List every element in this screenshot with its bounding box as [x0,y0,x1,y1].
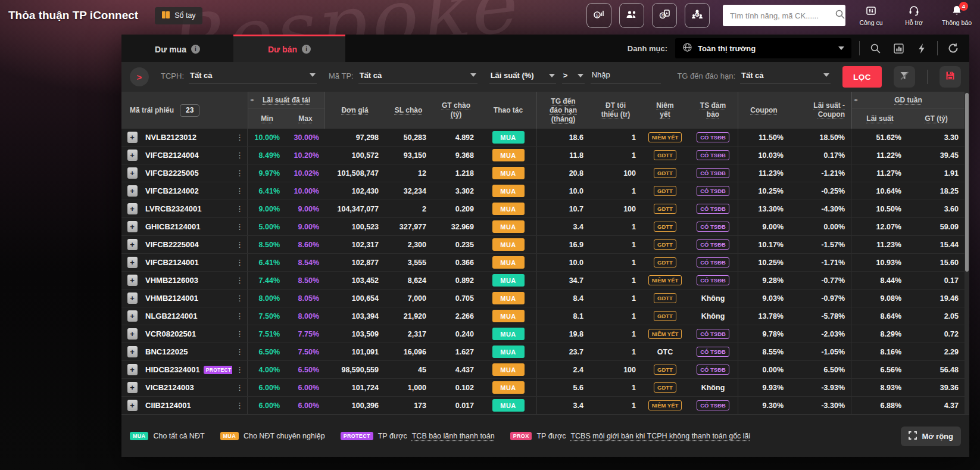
expand-row-button[interactable]: + [127,346,138,357]
col-offer-value-label[interactable]: GT chào (tỷ) [438,101,475,119]
buy-button[interactable]: MUA [492,310,525,322]
legend-link[interactable]: TCBS môi giới bán khi TCPH không thanh t… [570,432,750,440]
column-expand-icon[interactable]: ◂▸ [250,97,254,102]
expand-row-button[interactable]: + [127,364,138,375]
expand-row-button[interactable]: + [127,132,138,143]
clear-filter-button[interactable] [894,66,915,88]
rate-value-input[interactable] [591,70,661,83]
col-coupon-label[interactable]: Coupon [750,106,777,115]
expand-row-button[interactable]: + [127,400,138,411]
col-week-value-label[interactable]: GT (tỷ) [925,114,948,123]
rate-filter-field-select[interactable]: Lãi suất (%) [489,71,556,83]
row-menu-button[interactable]: ⋮ [236,365,244,374]
col-min-label[interactable]: Min [261,114,273,123]
expand-row-button[interactable]: + [127,257,138,268]
col-maturity-label[interactable]: TG đến đáo hạn (tháng) [545,97,582,124]
row-menu-button[interactable]: ⋮ [236,204,244,213]
info-icon[interactable]: i [302,45,311,54]
buy-button[interactable]: MUA [492,328,525,340]
buy-button[interactable]: MUA [492,167,525,179]
buy-button[interactable]: MUA [492,131,525,144]
search-input[interactable] [730,11,835,20]
buy-button[interactable]: MUA [492,399,525,412]
row-menu-button[interactable]: ⋮ [236,347,244,356]
expand-row-button[interactable]: + [127,185,138,197]
col-listing-label[interactable]: Niêm yết [653,101,678,119]
rate-operator-select[interactable]: > [562,71,585,83]
community-button[interactable] [619,3,644,28]
buy-button[interactable]: MUA [492,149,525,161]
support-link[interactable]: Hỗ trợ [897,5,931,26]
col-collateral-label[interactable]: TS đảm bảo [699,101,728,119]
expand-row-button[interactable]: + [127,167,138,179]
flash-deal-button[interactable] [914,41,929,56]
search-symbol-button[interactable] [867,41,883,56]
bond-code-filter-select[interactable]: Tất cả [358,71,477,83]
col-reinvest-label[interactable]: Lãi suất đã tái [263,96,310,104]
col-max-label[interactable]: Max [298,114,312,123]
stock-money-button[interactable]: S [586,3,611,28]
row-menu-button[interactable]: ⋮ [236,186,244,195]
row-menu-button[interactable]: ⋮ [236,276,244,285]
expand-row-button[interactable]: + [127,203,138,214]
money-transfer-button[interactable]: S [652,3,677,28]
expand-row-button[interactable]: + [127,221,138,232]
column-expand-icon[interactable]: ◂▸ [854,97,857,102]
scrollbar-thumb[interactable] [965,93,969,272]
col-offer-qty-label[interactable]: SL chào [395,106,422,115]
row-menu-button[interactable]: ⋮ [236,312,244,320]
vertical-scrollbar[interactable] [965,92,969,415]
tab-du-mua[interactable]: Dư mua i [121,35,233,62]
expand-row-button[interactable]: + [127,239,138,250]
row-menu-button[interactable]: ⋮ [236,329,244,338]
info-icon[interactable]: i [191,45,200,54]
notifications-link[interactable]: 4 Thông báo [940,5,974,26]
tab-du-ban[interactable]: Dư bán i [233,35,345,62]
buy-button[interactable]: MUA [492,346,525,358]
chart-view-button[interactable] [891,41,906,56]
buy-button[interactable]: MUA [492,363,525,376]
row-menu-button[interactable]: ⋮ [236,151,244,160]
col-rate-minus-coupon-label[interactable]: Lãi suất - Coupon [804,101,845,119]
expand-row-button[interactable]: + [127,275,138,286]
buy-button[interactable]: MUA [492,292,525,304]
buy-button[interactable]: MUA [492,185,525,197]
buy-button[interactable]: MUA [492,274,525,287]
expand-row-button[interactable]: + [127,310,138,322]
expand-row-button[interactable]: + [127,150,138,161]
row-menu-button[interactable]: ⋮ [236,240,244,249]
col-min-invest-label[interactable]: ĐT tối thiểu (tr) [597,101,635,119]
refresh-button[interactable] [945,41,961,56]
expand-row-button[interactable]: + [127,382,138,393]
buy-button[interactable]: MUA [492,381,525,394]
portfolio-select[interactable]: Toàn thị trường [675,38,851,58]
row-menu-button[interactable]: ⋮ [236,401,244,410]
expand-row-button[interactable]: + [127,292,138,304]
row-menu-button[interactable]: ⋮ [236,294,244,303]
col-unit-price-label[interactable]: Đơn giá [341,106,368,115]
col-week-rate-label[interactable]: Lãi suất [866,114,893,123]
col-week-group-label[interactable]: GD tuần [894,96,922,104]
issuer-filter-select[interactable]: Tất cả [189,71,317,83]
legend-link[interactable]: TCB bảo lãnh thanh toán [412,432,495,440]
row-menu-button[interactable]: ⋮ [236,222,244,231]
buy-button[interactable]: MUA [492,238,525,251]
buy-button[interactable]: MUA [492,203,525,215]
advisory-button[interactable]: $ [685,3,710,28]
tools-link[interactable]: Công cụ [854,5,888,26]
row-menu-button[interactable]: ⋮ [236,258,244,267]
apply-filter-button[interactable]: LỌC [842,66,882,88]
table-body: +NVLB2123012⋮10.00%30.00%97,29850,2834.8… [121,129,969,415]
expand-row-button[interactable]: + [127,328,138,340]
maturity-filter-select[interactable]: Tất cả [740,71,831,83]
max-rate-cell: 6.00% [286,379,325,396]
buy-button[interactable]: MUA [492,220,525,233]
expand-view-button[interactable]: Mở rộng [901,427,961,446]
row-menu-button[interactable]: ⋮ [236,383,244,392]
row-menu-button[interactable]: ⋮ [236,169,244,178]
save-filter-button[interactable] [940,66,961,88]
buy-button[interactable]: MUA [492,256,525,269]
collapse-filters-button[interactable]: > [130,67,149,86]
row-menu-button[interactable]: ⋮ [236,133,244,142]
handbook-button[interactable]: Sổ tay [155,7,202,24]
